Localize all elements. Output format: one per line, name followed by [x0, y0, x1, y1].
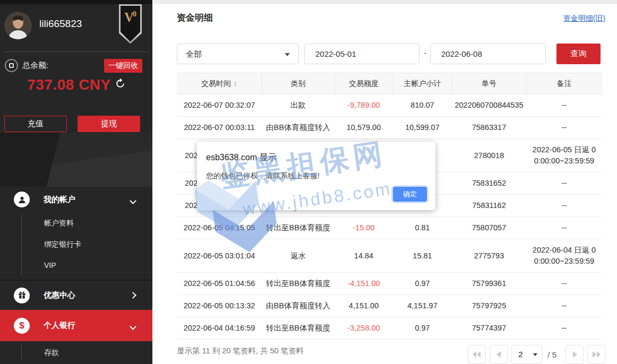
balance-amount-row: 737.08 CNY: [0, 76, 152, 93]
submenu-indicator-line: [21, 344, 22, 361]
dialog-title: esb3638.com 显示: [206, 152, 277, 163]
deposit-button[interactable]: 充值: [4, 116, 67, 132]
cell-remark: --: [526, 295, 602, 317]
table-row: 2022-06-05 04:15:05 转出至BB体育额度 -15.00 0.8…: [177, 217, 602, 239]
cell-time: 2022-06-07 00:03:11: [177, 117, 262, 139]
fund-detail-old-link[interactable]: 资金明细(旧): [563, 14, 605, 23]
header-order: 单号: [452, 73, 526, 94]
withdraw-button[interactable]: 提现: [78, 116, 140, 132]
cell-order: 75799361: [452, 273, 526, 295]
sidebar: lili665823 V0 总余额: 一键回收 737.08 CNY 充值 提现…: [0, 0, 152, 364]
cell-category: 转出至BB体育额度: [262, 317, 335, 340]
date-to-input[interactable]: 2022-06-08: [430, 44, 546, 64]
cell-remark: --: [526, 317, 602, 340]
cell-category: 由BB体育额度转入: [262, 117, 335, 139]
cell-amount: 10,579.00: [335, 117, 393, 139]
menu-label: 我的帐户: [44, 195, 75, 205]
search-button[interactable]: 查询: [556, 44, 601, 64]
username: lili665823: [39, 18, 82, 30]
cell-category: 转出至BB体育额度: [262, 273, 335, 295]
select-caret-icon: [533, 353, 537, 356]
last-page-button[interactable]: [587, 345, 605, 364]
cell-order: 75831652: [452, 172, 526, 195]
sort-icon: ▲▼: [234, 81, 237, 87]
balance-row: 总余额: 一键回收: [0, 58, 152, 74]
sidebar-item-account-info[interactable]: 帐户资料: [0, 212, 152, 233]
cell-remark: --: [526, 195, 602, 217]
cell-subtotal: 0.81: [393, 217, 452, 239]
sidebar-item-my-account[interactable]: 我的帐户: [0, 187, 152, 212]
cell-remark: 2022-06-05 日返 0 0:00:00~23:59:59: [526, 139, 602, 172]
cell-remark: --: [526, 117, 602, 139]
page-total-label: / 5: [547, 350, 556, 359]
cell-subtotal: 4,151.97: [393, 295, 452, 317]
table-row: 2022-06-05 03:01:04 返水 14.84 15.81 27757…: [177, 239, 602, 273]
cell-order: 2775793: [452, 239, 526, 273]
submenu-indicator-line: [21, 215, 22, 275]
cell-remark: 2022-06-04 日返 0 0:00:00~23:59:59: [526, 239, 602, 273]
cell-category: 返水: [262, 239, 335, 273]
cell-order: 2780018: [452, 139, 526, 172]
refresh-icon[interactable]: [115, 79, 125, 91]
cell-time: 2022-06-05 00:13:32: [177, 295, 262, 317]
prev-page-button[interactable]: [490, 345, 508, 364]
cell-time: 2022-06-05 03:01:04: [177, 239, 262, 273]
table-header-row: 交易时间▲▼ 类别 交易额度 主帐户小计 单号 备注: [177, 73, 602, 94]
dialog-message: 您的钱包已停权，请联系线上客服!: [206, 171, 320, 181]
menu-label: 个人银行: [44, 320, 75, 331]
browser-alert-dialog: esb3638.com 显示 您的钱包已停权，请联系线上客服! 确定: [197, 142, 435, 210]
vip-level: 0: [133, 10, 136, 18]
sidebar-item-promo-center[interactable]: 优惠中心: [0, 280, 152, 310]
menu-label: 优惠中心: [44, 290, 75, 300]
date-from-input[interactable]: 2022-05-01: [304, 44, 419, 64]
sidebar-item-personal-bank[interactable]: $ 个人银行: [0, 310, 152, 341]
cell-subtotal: 0.97: [393, 273, 452, 295]
next-page-button[interactable]: [565, 345, 584, 364]
date-separator: -: [424, 48, 426, 57]
cell-remark: --: [526, 172, 602, 195]
header-subtotal: 主帐户小计: [393, 73, 452, 94]
balance-amount: 737.08 CNY: [27, 76, 111, 93]
recycle-button[interactable]: 一键回收: [104, 59, 142, 73]
table-row: 2022-06-05 00:13:32 由BB体育额度转入 4,151.00 4…: [177, 295, 602, 317]
cell-subtotal: 810.07: [393, 94, 452, 117]
results-summary: 显示第 11 到 20 笔资料, 共 50 笔资料: [177, 346, 304, 356]
cell-subtotal: 15.81: [393, 239, 452, 273]
cell-amount: -3,258.00: [335, 317, 393, 340]
page-select[interactable]: 2: [511, 345, 542, 364]
cell-category: 出款: [262, 94, 335, 117]
balance-label: 总余额:: [22, 60, 48, 71]
sidebar-item-vip[interactable]: VIP: [0, 255, 152, 276]
cell-amount: 4,151.00: [335, 295, 393, 317]
sidebar-item-deposit[interactable]: 存款: [0, 341, 152, 364]
page-select-value: 2: [518, 350, 522, 359]
pagination: 2 / 5: [468, 345, 605, 364]
cell-order: 2022060700844535: [452, 94, 526, 117]
page-title: 资金明细: [177, 12, 213, 24]
sidebar-top-strip: [0, 0, 152, 4]
type-filter-select[interactable]: 全部: [177, 44, 299, 64]
sidebar-item-bind-bank-card[interactable]: 绑定银行卡: [0, 233, 152, 255]
cell-order: 75863317: [452, 117, 526, 139]
chevron-down-icon: [130, 197, 136, 204]
cell-amount: -9,789.00: [335, 94, 393, 117]
first-page-button[interactable]: [468, 345, 486, 364]
cell-category: 转出至BB体育额度: [262, 217, 335, 239]
bank-submenu: 存款: [0, 341, 152, 364]
dollar-icon: $: [14, 318, 30, 334]
main-top-strip: [154, 0, 617, 4]
cell-amount: -4,151.00: [335, 273, 393, 295]
account-submenu: 帐户资料 绑定银行卡 VIP: [0, 212, 152, 279]
table-row: 2022-06-07 00:32:07 出款 -9,789.00 810.07 …: [177, 94, 602, 117]
header-time[interactable]: 交易时间▲▼: [177, 73, 262, 94]
header-category: 类别: [262, 73, 335, 94]
gift-icon: [14, 288, 30, 304]
cell-remark: --: [526, 217, 602, 239]
avatar: [4, 12, 32, 39]
cell-amount: -15.00: [335, 217, 393, 239]
chevron-right-icon: [130, 292, 136, 299]
user-icon: [14, 192, 30, 207]
cell-order: 75831162: [452, 195, 526, 217]
cell-amount: 14.84: [335, 239, 393, 273]
dialog-confirm-button[interactable]: 确定: [393, 187, 427, 202]
